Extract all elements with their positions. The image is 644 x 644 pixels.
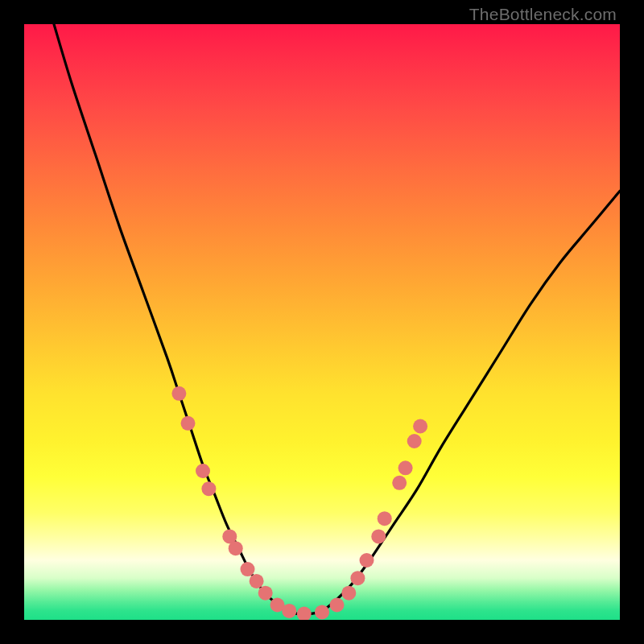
curve-marker: [241, 562, 255, 576]
chart-svg: [24, 24, 620, 620]
curve-marker: [250, 574, 264, 588]
curve-marker: [171, 386, 186, 401]
curve-marker: [398, 460, 413, 475]
curve-marker: [413, 419, 427, 434]
curve-marker: [341, 586, 356, 601]
curve-marker: [330, 598, 345, 613]
curve-marker: [201, 481, 216, 496]
curve-marker: [407, 434, 422, 448]
curve-marker: [258, 586, 273, 601]
curve-marker: [282, 604, 296, 618]
curve-marker: [350, 571, 365, 585]
bottleneck-curve: [54, 24, 620, 614]
chart-plot-area: [24, 24, 620, 620]
curve-marker: [371, 529, 386, 543]
curve-marker: [315, 605, 329, 619]
curve-marker: [378, 511, 392, 526]
curve-marker: [181, 416, 196, 431]
curve-marker: [392, 476, 407, 490]
watermark-text: TheBottleneck.com: [469, 5, 617, 24]
curve-marker: [297, 607, 312, 620]
chart-frame: [24, 24, 620, 620]
curve-marker: [360, 553, 374, 568]
curve-markers-group: [171, 386, 427, 620]
curve-marker: [229, 541, 243, 555]
curve-marker: [196, 464, 210, 478]
